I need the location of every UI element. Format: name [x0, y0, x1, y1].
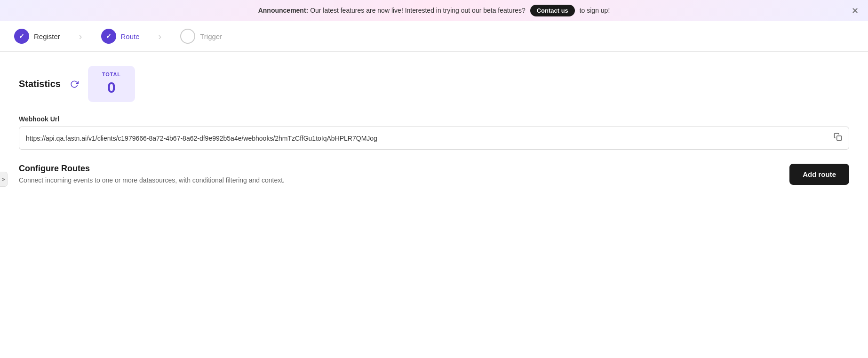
- svg-rect-0: [837, 136, 842, 141]
- stepper-arrow-1: ›: [79, 31, 82, 42]
- total-value: 0: [101, 79, 122, 96]
- configure-routes-left: Configure Routes Connect incoming events…: [19, 164, 285, 184]
- stepper: ✓ Register › ✓ Route › Trigger: [0, 21, 868, 52]
- stepper-arrow-2: ›: [159, 31, 162, 42]
- announcement-suffix: to sign up!: [580, 7, 610, 14]
- refresh-icon: [70, 80, 79, 88]
- webhook-url-text: https://api.qa.fastn.ai/v1/clients/c1979…: [26, 135, 829, 142]
- stepper-label-register: Register: [34, 32, 60, 40]
- configure-routes-title: Configure Routes: [19, 164, 285, 174]
- stepper-circle-trigger: [180, 29, 195, 44]
- total-card: TOTAL 0: [88, 66, 135, 102]
- webhook-input-wrapper: https://api.qa.fastn.ai/v1/clients/c1979…: [19, 127, 849, 150]
- webhook-section: Webhook Url https://api.qa.fastn.ai/v1/c…: [19, 115, 849, 150]
- configure-routes-section: Configure Routes Connect incoming events…: [19, 164, 849, 185]
- announcement-prefix: Announcement:: [258, 7, 309, 14]
- total-label: TOTAL: [101, 72, 122, 77]
- stepper-item-route[interactable]: ✓ Route: [101, 29, 140, 44]
- refresh-button[interactable]: [70, 80, 79, 88]
- configure-routes-description: Connect incoming events to one or more d…: [19, 176, 285, 184]
- stepper-circle-register: ✓: [14, 29, 29, 44]
- webhook-label: Webhook Url: [19, 115, 849, 123]
- copy-url-button[interactable]: [834, 133, 842, 143]
- main-content: Statistics TOTAL 0 Webhook Url https://a…: [0, 52, 868, 199]
- stepper-item-register[interactable]: ✓ Register: [14, 29, 60, 44]
- sidebar-toggle[interactable]: »: [0, 172, 8, 187]
- statistics-title: Statistics: [19, 79, 61, 89]
- stepper-label-route: Route: [121, 32, 140, 40]
- stepper-label-trigger: Trigger: [200, 32, 222, 40]
- announcement-text: Announcement: Our latest features are no…: [258, 5, 610, 16]
- close-banner-button[interactable]: ✕: [852, 7, 859, 15]
- announcement-banner: Announcement: Our latest features are no…: [0, 0, 868, 21]
- stepper-item-trigger[interactable]: Trigger: [180, 29, 222, 44]
- contact-us-button[interactable]: Contact us: [530, 5, 575, 16]
- add-route-button[interactable]: Add route: [789, 164, 849, 185]
- stepper-circle-route: ✓: [101, 29, 116, 44]
- announcement-message: Our latest features are now live! Intere…: [310, 7, 526, 14]
- statistics-section: Statistics TOTAL 0: [19, 66, 849, 102]
- copy-icon: [834, 133, 842, 141]
